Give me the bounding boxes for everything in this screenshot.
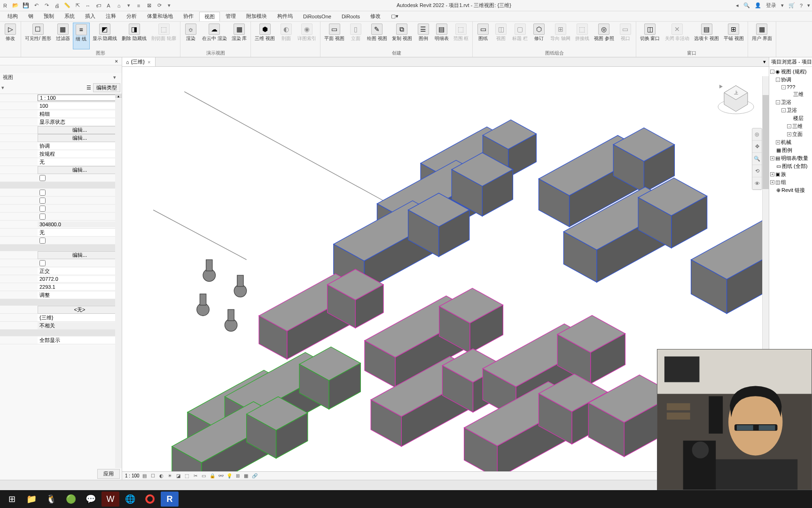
zoom-icon[interactable]: 🔍 <box>752 153 762 165</box>
edit-type-button[interactable]: 编辑类型 <box>93 83 120 92</box>
tree-node[interactable]: -三维 <box>770 122 811 130</box>
ribbon-tab-14[interactable]: DiRoots <box>337 13 365 20</box>
scale-icon[interactable]: ▤ <box>141 473 148 479</box>
scale-label[interactable]: 1 : 100 <box>125 473 140 478</box>
ribbon-button[interactable]: ▦过滤器 <box>54 23 72 49</box>
taskbar-app-0[interactable]: ⊞ <box>3 492 21 507</box>
crop-view-icon[interactable]: ✂ <box>192 473 199 479</box>
close-hidden-icon[interactable]: ⊠ <box>146 2 152 9</box>
detail-level-icon[interactable]: ☐ <box>150 473 156 479</box>
property-value[interactable]: 无 <box>38 159 122 166</box>
tree-node[interactable]: +◫组 <box>770 178 811 186</box>
redo-icon[interactable]: ↷ <box>43 2 50 9</box>
property-value[interactable]: {三维} <box>38 314 122 321</box>
ribbon-button[interactable]: ▭平面 视图 <box>322 23 346 49</box>
ribbon-tab-1[interactable]: 钢 <box>23 12 38 21</box>
ribbon-button[interactable]: ⧉复制 视图 <box>390 23 414 49</box>
ribbon-button[interactable]: ▤明细表 <box>433 23 451 49</box>
dimension-icon[interactable]: ↔ <box>85 2 91 9</box>
help-icon[interactable]: ? <box>800 3 803 8</box>
align-icon[interactable]: ⇱ <box>74 2 81 9</box>
rendering-icon[interactable]: ⬚ <box>184 473 190 479</box>
ribbon-expand-icon[interactable]: ▢▾ <box>386 12 403 20</box>
property-value[interactable]: 1 : 100 <box>38 95 122 101</box>
taskbar-app-2[interactable]: 🐧 <box>42 492 60 507</box>
taskbar-app-1[interactable]: 📁 <box>23 492 40 507</box>
property-checkbox[interactable] <box>39 198 46 204</box>
property-value[interactable]: 调整 <box>38 292 122 299</box>
ribbon-button[interactable]: ◫切换 窗口 <box>638 23 662 49</box>
tree-node[interactable]: ▭图纸 (全部) <box>770 162 811 170</box>
tree-expand-icon[interactable]: - <box>776 78 780 82</box>
ribbon-button[interactable]: ≡细 线 <box>73 23 90 49</box>
user-icon[interactable]: 👤 <box>755 2 761 8</box>
ribbon-button[interactable]: ☼渲染 <box>182 23 199 49</box>
properties-scrollbar[interactable]: ▴ <box>115 94 122 468</box>
tree-expand-icon[interactable]: + <box>770 172 774 176</box>
lock-3d-icon[interactable]: 🔒 <box>209 473 216 479</box>
property-checkbox[interactable] <box>39 190 46 196</box>
ribbon-button[interactable]: ◩显示 隐藏线 <box>91 23 119 49</box>
taskbar-app-8[interactable]: R <box>161 492 179 507</box>
taskbar-app-6[interactable]: 🌐 <box>121 492 139 507</box>
property-value[interactable]: 协调 <box>38 143 122 150</box>
info-center-icon[interactable]: ◂ <box>736 2 739 8</box>
taskbar-app-5[interactable]: W <box>102 492 119 507</box>
ribbon-button[interactable]: ▤选项卡 视图 <box>692 23 721 49</box>
ribbon-tab-10[interactable]: 管理 <box>221 12 241 21</box>
property-value[interactable]: 2293.1 <box>38 284 122 290</box>
ribbon-tab-13[interactable]: DiRootsOne <box>298 13 336 20</box>
help-dropdown-icon[interactable]: ▾ <box>807 2 810 8</box>
thin-lines-icon[interactable]: ≡ <box>135 2 142 9</box>
property-value[interactable]: 正交 <box>38 268 122 275</box>
tree-expand-icon[interactable]: - <box>776 100 780 104</box>
taskbar-app-4[interactable]: 💬 <box>82 492 100 507</box>
open-icon[interactable]: 📂 <box>12 2 19 9</box>
property-edit-button[interactable]: 编辑... <box>38 166 122 174</box>
save-icon[interactable]: 💾 <box>23 2 29 9</box>
ribbon-button[interactable]: ▭图纸 <box>475 23 492 49</box>
pan-icon[interactable]: ✥ <box>752 141 762 153</box>
property-value[interactable]: 100 <box>38 103 122 109</box>
property-value[interactable]: 按规程 <box>38 151 122 158</box>
view-type-row[interactable]: 视图 ▾ <box>0 73 122 82</box>
ribbon-button[interactable]: ☁在云中 渲染 <box>200 23 229 49</box>
comm-icon[interactable]: ▾ <box>781 2 784 8</box>
ribbon-button[interactable]: ✎绘图 视图 <box>365 23 389 49</box>
view-tabs-menu-icon[interactable]: ▾ <box>760 59 769 65</box>
print-icon[interactable]: 🖨 <box>54 2 60 9</box>
undo-icon[interactable]: ↶ <box>33 2 39 9</box>
look-icon[interactable]: 👁 <box>752 177 762 190</box>
property-edit-button[interactable]: <无> <box>38 306 122 314</box>
property-checkbox[interactable] <box>39 214 46 220</box>
property-checkbox[interactable] <box>39 238 46 244</box>
property-edit-button[interactable]: 编辑... <box>38 126 122 134</box>
tree-node[interactable]: -??? <box>770 84 811 90</box>
view-icon[interactable]: ⌂ <box>116 2 122 9</box>
tree-node[interactable]: +机械 <box>770 138 811 146</box>
tree-expand-icon[interactable]: - <box>787 124 791 128</box>
taskbar-app-3[interactable]: 🟢 <box>62 492 80 507</box>
ribbon-tab-4[interactable]: 插入 <box>80 12 100 21</box>
tree-expand-icon[interactable]: - <box>781 108 786 112</box>
reveal-hidden-icon[interactable]: 💡 <box>226 473 233 479</box>
constraints-icon[interactable]: 🔗 <box>251 473 258 479</box>
ribbon-button[interactable]: ⊞平铺 视图 <box>722 23 746 49</box>
login-label[interactable]: 登录 <box>766 2 776 9</box>
tree-node[interactable]: +立面 <box>770 130 811 138</box>
ribbon-tab-11[interactable]: 附加模块 <box>242 12 272 21</box>
property-edit-button[interactable]: 编辑... <box>38 134 122 142</box>
ribbon-tab-15[interactable]: 修改 <box>366 12 385 21</box>
text-icon[interactable]: A <box>105 2 112 9</box>
property-checkbox[interactable] <box>39 175 46 181</box>
tree-node[interactable]: -◉视图 (规程) <box>770 68 811 76</box>
close-icon[interactable]: × <box>147 59 151 65</box>
sync-icon[interactable]: ⟳ <box>156 2 163 9</box>
tree-node[interactable]: -协调 <box>770 76 811 84</box>
tree-expand-icon[interactable]: + <box>776 140 780 144</box>
tree-node[interactable]: +▣族 <box>770 170 811 178</box>
tree-expand-icon[interactable]: + <box>770 180 774 184</box>
tree-node[interactable]: +▤明细表/数量 <box>770 154 811 162</box>
ribbon-button[interactable]: ☐可见性/ 图形 <box>23 23 53 49</box>
orbit-icon[interactable]: ⟲ <box>752 165 762 177</box>
